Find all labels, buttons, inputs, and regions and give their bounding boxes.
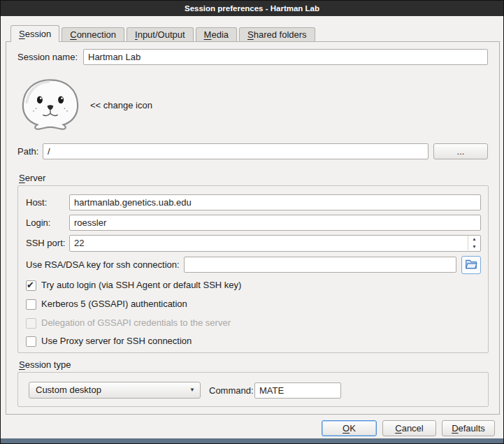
command-input[interactable]: MATE	[254, 382, 341, 399]
defaults-button[interactable]: Defaults	[442, 420, 495, 436]
tab-connection[interactable]: Connection	[62, 27, 124, 41]
checkbox-proxy[interactable]: ✔ Use Proxy server for SSH connection	[26, 334, 192, 348]
checkbox-box: ✔	[26, 280, 36, 291]
tab-bar: Session Connection Input/Output Media Sh…	[10, 25, 317, 42]
checkbox-label: Kerberos 5 (GSSAPI) authentication	[41, 299, 187, 309]
checkbox-auto-login[interactable]: ✔ Try auto login (via SSH Agent or defau…	[26, 278, 241, 292]
ssh-port-label: SSH port:	[26, 235, 65, 251]
command-label: Command:	[209, 382, 254, 399]
checkbox-kerberos[interactable]: ✔ Kerberos 5 (GSSAPI) authentication	[26, 297, 187, 311]
session-name-input[interactable]: Hartman Lab	[83, 49, 488, 65]
key-browse-button[interactable]	[461, 256, 481, 274]
dropdown-arrow-icon: ▼	[189, 382, 195, 398]
server-group-title: Server	[19, 172, 45, 185]
ssh-port-spin-buttons: ▲ ▼	[468, 236, 480, 250]
path-browse-button[interactable]: ...	[433, 143, 488, 159]
checkbox-gssapi-delegation: ✔ Delegation of GSSAPI credentials to th…	[26, 316, 231, 330]
rsa-key-label: Use RSA/DSA key for ssh connection:	[26, 257, 180, 273]
session-type-selected: Custom desktop	[36, 385, 101, 395]
path-input[interactable]: /	[43, 143, 429, 159]
checkbox-box: ✔	[26, 299, 36, 310]
session-type-title: Session type	[19, 359, 71, 371]
checkmark-icon: ✔	[27, 278, 34, 292]
spin-up-icon[interactable]: ▲	[468, 236, 480, 243]
checkbox-box: ✔	[26, 318, 36, 329]
checkbox-label: Delegation of GSSAPI credentials to the …	[41, 317, 231, 328]
rsa-key-input[interactable]	[184, 257, 456, 273]
host-input[interactable]: hartmanlab.genetics.uab.edu	[69, 194, 481, 210]
bottom-edge	[1, 438, 503, 443]
host-label: Host:	[26, 194, 47, 210]
session-type-dropdown[interactable]: Custom desktop ▼	[29, 382, 201, 399]
tab-media[interactable]: Media	[196, 27, 237, 41]
window-title: Session preferences - Hartman Lab	[185, 4, 319, 13]
login-input[interactable]: roessler	[69, 215, 481, 231]
tab-session[interactable]: Session	[10, 25, 59, 42]
folder-icon	[465, 258, 477, 273]
ssh-port-spinbox[interactable]: 22	[69, 235, 481, 252]
seal-icon[interactable]	[19, 76, 82, 132]
change-icon-label[interactable]: << change icon	[90, 97, 152, 113]
titlebar[interactable]: Session preferences - Hartman Lab	[1, 1, 503, 16]
cancel-button[interactable]: Cancel	[382, 420, 436, 436]
ok-button[interactable]: OK	[322, 420, 377, 436]
session-name-label: Session name:	[17, 49, 78, 65]
session-preferences-window: Session preferences - Hartman Lab Sessio…	[0, 0, 504, 444]
tab-input-output[interactable]: Input/Output	[127, 27, 194, 41]
path-label: Path:	[17, 143, 38, 159]
tab-shared-folders[interactable]: Shared folders	[239, 27, 315, 41]
login-label: Login:	[26, 215, 50, 231]
checkbox-box: ✔	[26, 336, 36, 347]
spin-down-icon[interactable]: ▼	[468, 243, 480, 251]
checkbox-label: Try auto login (via SSH Agent or default…	[41, 280, 241, 290]
checkbox-label: Use Proxy server for SSH connection	[41, 336, 192, 346]
